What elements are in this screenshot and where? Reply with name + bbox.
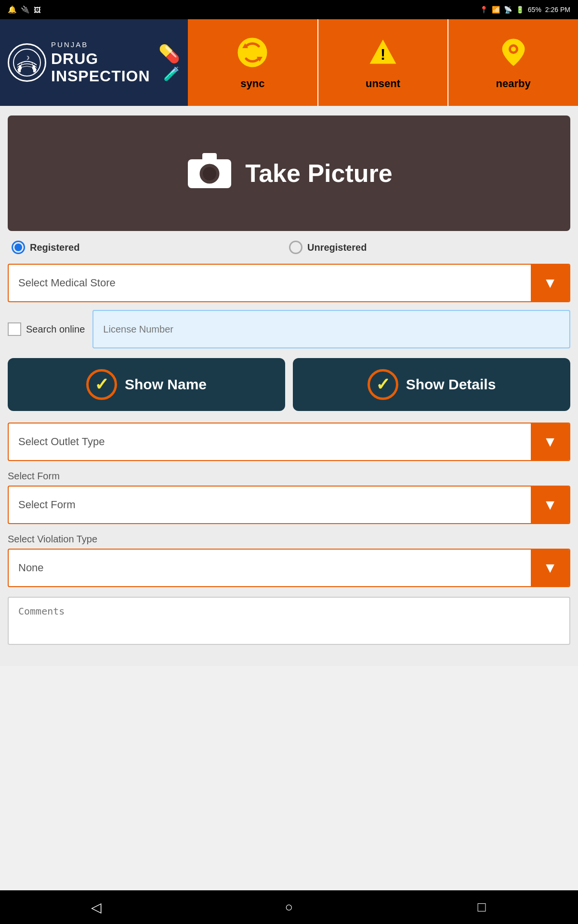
battery-percent: 65%	[528, 6, 541, 13]
select-outlet-type-dropdown[interactable]: Select Outlet Type ▼	[8, 423, 570, 461]
logo-emblem: ☽	[8, 43, 46, 82]
camera-icon	[185, 147, 234, 200]
clock: 2:26 PM	[545, 6, 570, 13]
app-header: ☽ PUNJAB DRUGINSPECTION 💊 🧪	[0, 19, 578, 106]
outlet-type-dropdown-arrow: ▼	[531, 424, 569, 460]
logo-section: ☽ PUNJAB DRUGINSPECTION 💊 🧪	[0, 19, 188, 106]
form-dropdown-arrow: ▼	[531, 487, 569, 523]
take-picture-button[interactable]: Take Picture	[8, 116, 570, 231]
search-online-label: Search online	[26, 324, 85, 335]
bottom-navigation: ◁ ○ □	[0, 890, 578, 924]
select-medical-store-text: Select Medical Store	[9, 277, 531, 289]
search-online-row: Search online	[8, 310, 570, 348]
select-medical-store-dropdown[interactable]: Select Medical Store ▼	[8, 264, 570, 302]
registered-radio-circle	[12, 241, 25, 254]
violation-arrow-icon: ▼	[543, 560, 557, 576]
outlet-dropdown-arrow-icon: ▼	[543, 434, 557, 450]
back-button[interactable]: ◁	[82, 893, 111, 922]
sync-button[interactable]: sync	[188, 19, 317, 106]
main-content: Take Picture Registered Unregistered Sel…	[0, 106, 578, 666]
select-form-dropdown[interactable]: Select Form ▼	[8, 486, 570, 524]
select-violation-type-label: Select Violation Type	[8, 534, 570, 545]
header-action-buttons: sync ! unsent nearby	[188, 19, 578, 106]
status-icons-left: 🔔 🔌 🖼	[8, 5, 41, 14]
violation-type-group: None ▼	[8, 549, 570, 587]
wifi-icon: 📶	[492, 6, 500, 13]
take-picture-label: Take Picture	[245, 159, 392, 188]
search-online-checkbox-group[interactable]: Search online	[8, 322, 85, 336]
unsent-label: unsent	[366, 77, 400, 90]
recents-button[interactable]: □	[467, 893, 496, 922]
sync-icon	[236, 36, 269, 76]
form-arrow-icon: ▼	[543, 497, 557, 513]
home-icon: ○	[285, 899, 293, 915]
search-online-checkbox[interactable]	[8, 322, 21, 336]
svg-point-17	[203, 167, 216, 180]
unregistered-radio[interactable]: Unregistered	[289, 241, 566, 254]
svg-rect-19	[222, 162, 229, 167]
show-details-label: Show Details	[406, 376, 496, 393]
svg-rect-18	[202, 153, 217, 162]
sync-label: sync	[240, 77, 264, 90]
select-outlet-type-text: Select Outlet Type	[9, 436, 531, 448]
show-details-check-icon: ✓	[368, 369, 398, 400]
medical-store-dropdown-arrow: ▼	[531, 265, 569, 301]
home-button[interactable]: ○	[275, 893, 303, 922]
unregistered-radio-circle	[289, 241, 302, 254]
emblem-svg: ☽	[13, 48, 41, 77]
status-bar: 🔔 🔌 🖼 📍 📶 📡 🔋 65% 2:26 PM	[0, 0, 578, 19]
status-icons-right: 📍 📶 📡 🔋 65% 2:26 PM	[480, 6, 570, 13]
signal-icon: 📡	[504, 6, 512, 13]
license-number-input[interactable]	[92, 310, 570, 348]
select-form-label: Select Form	[8, 471, 570, 482]
select-violation-type-text: None	[9, 562, 531, 574]
dropdown-arrow-icon: ▼	[543, 275, 557, 291]
form-group: Select Form ▼	[8, 486, 570, 524]
outlet-type-group: Select Outlet Type ▼	[8, 423, 570, 461]
logo-text: PUNJAB DRUGINSPECTION	[51, 40, 150, 84]
svg-point-8	[237, 37, 268, 68]
location-pin-icon	[497, 36, 530, 76]
show-name-button[interactable]: ✓ Show Name	[8, 358, 285, 411]
svg-point-14	[511, 47, 516, 51]
violation-type-dropdown-arrow: ▼	[531, 550, 569, 586]
registration-radio-group: Registered Unregistered	[8, 241, 570, 254]
unregistered-label: Unregistered	[307, 242, 367, 253]
action-buttons-row: ✓ Show Name ✓ Show Details	[8, 358, 570, 411]
registered-label: Registered	[30, 242, 79, 253]
show-details-button[interactable]: ✓ Show Details	[293, 358, 570, 411]
battery-icon: 🔋	[516, 6, 524, 13]
location-icon: 📍	[480, 6, 488, 13]
recents-icon: □	[478, 899, 486, 915]
registered-radio[interactable]: Registered	[12, 241, 289, 254]
logo-pills: 💊 🧪	[158, 44, 180, 82]
back-icon: ◁	[91, 899, 102, 915]
warning-icon: !	[366, 36, 400, 76]
unsent-button[interactable]: ! unsent	[317, 19, 448, 106]
notification-icon: 🔔	[8, 5, 17, 14]
svg-point-0	[13, 49, 40, 76]
svg-text:☽: ☽	[25, 55, 29, 61]
show-name-check-icon: ✓	[86, 369, 117, 400]
show-name-label: Show Name	[125, 376, 207, 393]
svg-text:!: !	[381, 46, 386, 63]
nearby-button[interactable]: nearby	[447, 19, 578, 106]
select-form-text: Select Form	[9, 499, 531, 511]
image-icon: 🖼	[34, 6, 41, 14]
select-violation-type-dropdown[interactable]: None ▼	[8, 549, 570, 587]
comments-group	[8, 597, 570, 647]
comments-input[interactable]	[8, 597, 570, 645]
usb-icon: 🔌	[21, 5, 30, 14]
nearby-label: nearby	[496, 77, 531, 90]
